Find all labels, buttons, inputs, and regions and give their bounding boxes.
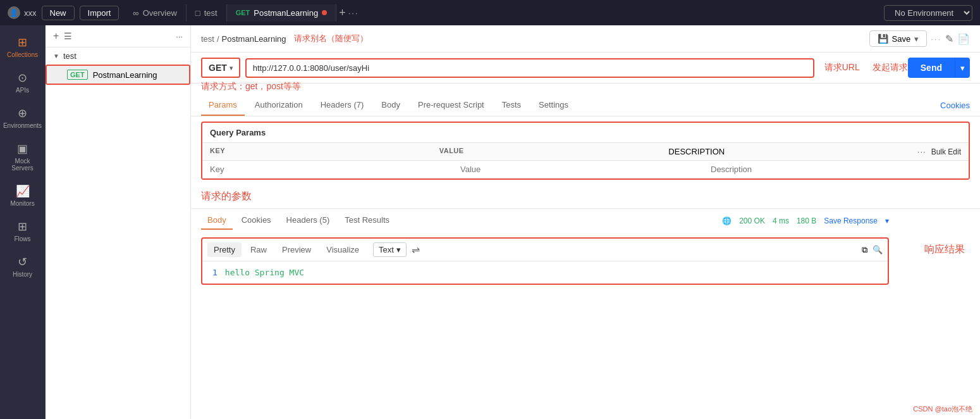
sidebar-item-mock-servers[interactable]: ▣ Mock Servers: [3, 137, 43, 177]
add-collection-button[interactable]: +: [53, 30, 59, 42]
sidebar-item-history[interactable]: ↺ History: [3, 250, 43, 283]
tab-body[interactable]: Body: [374, 95, 408, 116]
response-right-annotation: 响应结果: [909, 209, 980, 290]
breadcrumb-parent: test: [201, 34, 214, 44]
format-pretty-button[interactable]: Pretty: [207, 242, 242, 257]
params-header-row: KEY VALUE DESCRIPTION ··· Bulk Edit: [202, 143, 969, 161]
tab-overview[interactable]: ∞ Overview: [124, 4, 186, 22]
overview-label: Overview: [143, 8, 177, 18]
search-icon[interactable]: 🔍: [873, 245, 883, 255]
send-dropdown-button[interactable]: ▾: [955, 58, 970, 78]
filter-button[interactable]: ☰: [64, 31, 72, 41]
params-annotation: 请求的参数: [191, 185, 980, 208]
sidebar-item-monitors[interactable]: 📈 Monitors: [3, 179, 43, 212]
collection-test[interactable]: ▼ test: [46, 47, 190, 65]
bulk-edit-button[interactable]: Bulk Edit: [931, 147, 961, 156]
response-tab-test-results[interactable]: Test Results: [338, 211, 396, 230]
sidebar: ⊞ Collections ⊙ APIs ⊕ Environments ▣ Mo…: [0, 25, 46, 419]
request-item-postman-learning[interactable]: GET PostmanLearning: [46, 65, 190, 85]
request-alias-annotation: 请求别名（随便写）: [294, 33, 368, 44]
response-tab-cookies[interactable]: Cookies: [235, 211, 278, 230]
method-dropdown-icon: ▾: [230, 65, 233, 72]
format-preview-button[interactable]: Preview: [276, 242, 317, 257]
doc-icon[interactable]: 📄: [957, 33, 970, 45]
desc-input[interactable]: [711, 165, 961, 174]
desc-cell: [711, 165, 961, 174]
sidebar-label-history: History: [13, 271, 32, 278]
test-icon: □: [195, 8, 200, 18]
format-raw-button[interactable]: Raw: [244, 242, 273, 257]
url-annotation: 请求URL: [824, 62, 860, 73]
tab-settings[interactable]: Settings: [531, 95, 576, 116]
add-tab-button[interactable]: +: [336, 6, 348, 20]
query-params-title: Query Params: [202, 123, 969, 143]
format-visualize-button[interactable]: Visualize: [320, 242, 365, 257]
response-body: Pretty Raw Preview Visualize Text ▾ ⇌: [191, 232, 899, 290]
url-input[interactable]: [245, 58, 814, 78]
environment-select[interactable]: No Environment: [884, 5, 972, 21]
tab-params[interactable]: Params: [201, 95, 245, 116]
response-box: Pretty Raw Preview Visualize Text ▾ ⇌: [201, 237, 889, 285]
key-input[interactable]: [210, 165, 460, 174]
cookies-button[interactable]: Cookies: [940, 96, 970, 115]
response-status: 🌐 200 OK 4 ms 180 B Save Response ▾: [722, 216, 889, 225]
monitors-icon: 📈: [16, 184, 30, 198]
save-button[interactable]: 💾 Save ▾: [869, 30, 928, 47]
tab-pre-request[interactable]: Pre-request Script: [410, 95, 492, 116]
send-area: 发起请求 Send ▾: [865, 58, 970, 78]
save-dropdown-icon[interactable]: ▾: [914, 34, 919, 44]
tab-get-request[interactable]: GET PostmanLearning: [227, 4, 337, 22]
tab-authorization[interactable]: Authorization: [247, 95, 310, 116]
sidebar-item-environments[interactable]: ⊕ Environments: [3, 101, 43, 134]
request-method-badge: GET: [67, 70, 88, 80]
response-annotation: 响应结果: [914, 238, 975, 261]
save-label: Save: [892, 34, 911, 44]
environments-icon: ⊕: [18, 106, 27, 120]
globe-icon: 🌐: [722, 216, 732, 225]
response-tab-body[interactable]: Body: [201, 211, 233, 230]
filter-icon[interactable]: ⇌: [412, 244, 420, 256]
request-more-button[interactable]: ···: [931, 34, 941, 44]
params-section: Query Params KEY VALUE DESCRIPTION ··· B…: [191, 116, 980, 185]
method-select[interactable]: GET ▾: [201, 58, 240, 78]
sidebar-item-collections[interactable]: ⊞ Collections: [3, 30, 43, 63]
header-actions: 💾 Save ▾ ··· ✎ 📄: [869, 30, 970, 47]
import-button[interactable]: Import: [80, 6, 119, 20]
request-name: PostmanLearning: [93, 70, 157, 80]
tab-more-button[interactable]: ···: [348, 8, 359, 18]
sidebar-item-flows[interactable]: ⊞ Flows: [3, 215, 43, 247]
response-tab-headers[interactable]: Headers (5): [280, 211, 336, 230]
query-params-box: Query Params KEY VALUE DESCRIPTION ··· B…: [201, 122, 970, 180]
status-size: 180 B: [797, 216, 816, 225]
value-cell: [460, 165, 711, 174]
tab-tests[interactable]: Tests: [494, 95, 529, 116]
method-label: GET: [209, 63, 227, 73]
value-column-header: VALUE: [439, 147, 669, 156]
sidebar-label-flows: Flows: [14, 235, 30, 242]
send-button[interactable]: Send: [908, 58, 955, 78]
copy-icon[interactable]: ⧉: [862, 245, 867, 255]
collections-more-button[interactable]: ···: [176, 32, 183, 41]
sidebar-item-apis[interactable]: ⊙ APIs: [3, 66, 43, 99]
format-type-select[interactable]: Text ▾: [373, 242, 407, 257]
sidebar-label-mock-servers: Mock Servers: [6, 158, 39, 172]
format-type-arrow: ▾: [396, 245, 401, 254]
tab-request-label: PostmanLearning: [254, 8, 318, 18]
tab-test[interactable]: □ test: [187, 4, 227, 22]
content-area: test / PostmanLearning 请求别名（随便写） 💾 Save …: [191, 25, 980, 419]
save-response-button[interactable]: Save Response: [824, 216, 878, 225]
tab-headers[interactable]: Headers (7): [313, 95, 372, 116]
breadcrumb-sep: /: [217, 34, 219, 44]
params-more-button[interactable]: ···: [917, 147, 926, 156]
new-button[interactable]: New: [42, 6, 75, 20]
edit-icon[interactable]: ✎: [945, 33, 953, 45]
value-input[interactable]: [460, 165, 711, 174]
collection-chevron: ▼: [53, 53, 59, 59]
main-area: ⊞ Collections ⊙ APIs ⊕ Environments ▣ Mo…: [0, 25, 980, 419]
request-tabs: Params Authorization Headers (7) Body Pr…: [191, 95, 980, 116]
response-content: 1 hello Spring MVC: [202, 261, 888, 284]
save-response-dropdown[interactable]: ▾: [885, 216, 889, 225]
status-time: 4 ms: [773, 216, 789, 225]
response-section: Body Cookies Headers (5) Test Results 🌐 …: [191, 208, 980, 290]
history-icon: ↺: [18, 255, 27, 269]
